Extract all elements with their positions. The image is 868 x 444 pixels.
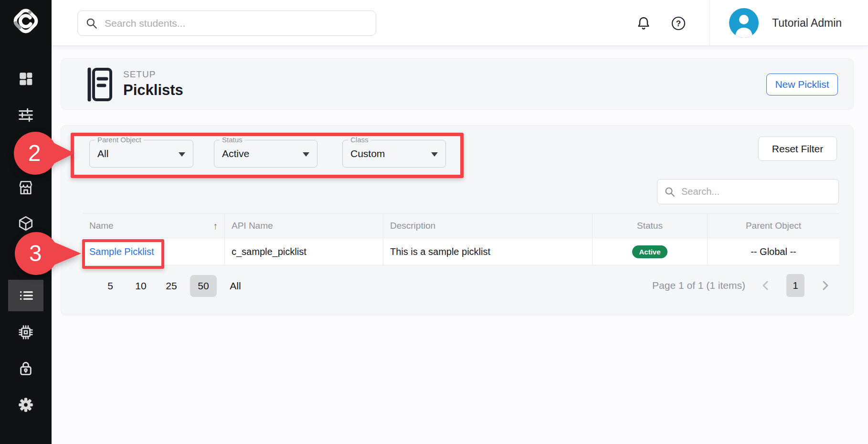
chevron-down-icon [179,152,185,157]
sidebar [0,0,52,444]
breadcrumb-eyebrow: SETUP [123,69,156,80]
sidebar-item-briefcase-icon[interactable] [12,241,39,268]
sidebar-item-package-icon[interactable] [12,210,39,237]
topbar: ? Tutorial Admin [52,0,868,46]
sidebar-item-lock-icon[interactable] [12,355,39,381]
cell-api-name: c_sample_picklist [225,238,383,265]
global-search-input[interactable] [105,18,368,29]
table-header-row: Name ↑ API Name Description Status Paren… [83,213,839,238]
page-title: Picklists [123,82,183,99]
page-size-selector: 5 10 25 50 All [98,275,247,297]
main-content: SETUP Picklists New Picklist Parent Obje… [52,46,868,444]
user-avatar[interactable] [729,8,759,38]
column-header-parent-object[interactable]: Parent Object [708,214,839,238]
picklists-panel-card: Parent Object All Status Active Class Cu… [61,125,854,316]
current-page-button[interactable]: 1 [786,274,804,297]
status-select[interactable]: Status Active [214,140,318,168]
reset-filter-button[interactable]: Reset Filter [758,137,837,161]
column-header-name[interactable]: Name ↑ [83,214,225,238]
global-search[interactable] [77,11,376,36]
page-header-card: SETUP Picklists New Picklist [61,58,854,110]
table-search-input[interactable] [681,186,832,197]
picklist-link[interactable]: Sample Picklist [89,246,154,257]
page-size-25[interactable]: 25 [159,275,183,297]
page-summary: Page 1 of 1 (1 items) [652,280,745,291]
search-icon [85,17,98,30]
user-name[interactable]: Tutorial Admin [772,0,842,46]
table-row: Sample Picklist c_sample_picklist This i… [83,238,839,265]
parent-object-select-value: All [97,140,108,167]
sidebar-item-picklists-icon[interactable] [12,282,39,309]
sidebar-item-store-icon[interactable] [12,174,39,201]
picklists-book-icon [86,66,113,105]
cell-status: Active [593,238,708,265]
new-picklist-button[interactable]: New Picklist [766,74,838,95]
help-icon[interactable]: ? [670,15,687,32]
cell-parent-object: -- Global -- [708,238,839,265]
notifications-bell-icon[interactable] [635,15,652,32]
cell-description: This is a sample picklist [383,238,593,265]
cell-name: Sample Picklist [83,238,225,265]
app-logo-icon[interactable] [11,6,41,36]
chevron-down-icon [431,152,438,157]
sidebar-item-chip-icon[interactable] [12,319,39,346]
chevron-down-icon [303,152,309,157]
pager: Page 1 of 1 (1 items) 1 [652,274,834,297]
class-select-value: Custom [350,140,385,167]
next-page-chevron-icon[interactable] [816,274,834,297]
svg-text:?: ? [676,19,681,28]
column-header-description[interactable]: Description [383,214,593,238]
previous-page-chevron-icon[interactable] [757,274,775,297]
page-size-all[interactable]: All [223,275,247,297]
status-badge: Active [632,245,667,258]
sort-ascending-icon[interactable]: ↑ [213,221,218,232]
sidebar-item-settings-sliders-icon[interactable] [12,102,39,128]
class-select[interactable]: Class Custom [342,140,446,168]
page-size-5[interactable]: 5 [98,275,122,297]
parent-object-select[interactable]: Parent Object All [89,140,193,168]
picklists-table: Name ↑ API Name Description Status Paren… [83,213,839,265]
page-size-10[interactable]: 10 [129,275,153,297]
topbar-divider [709,0,710,45]
page-size-50-selected[interactable]: 50 [190,275,217,297]
sidebar-item-dashboard-icon[interactable] [12,65,39,92]
status-select-value: Active [222,140,249,167]
search-icon [664,186,676,198]
sidebar-item-gear-icon[interactable] [12,391,39,418]
column-header-status[interactable]: Status [593,214,708,238]
table-search[interactable] [657,179,839,204]
column-header-api-name[interactable]: API Name [225,214,383,238]
